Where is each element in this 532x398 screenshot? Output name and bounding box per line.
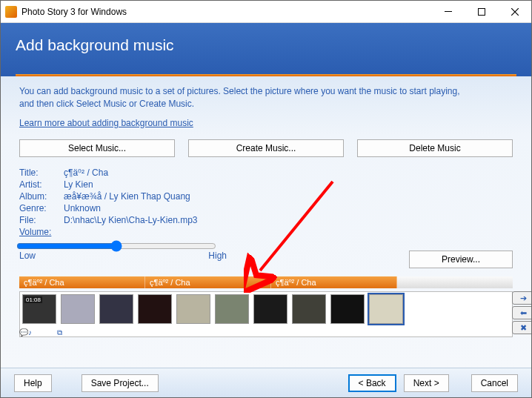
thumbnail-5[interactable] <box>176 294 210 324</box>
create-music-button[interactable]: Create Music... <box>188 139 344 157</box>
thumbnail-2[interactable] <box>61 294 95 324</box>
title-label: Title: <box>19 168 64 178</box>
track-segment-3[interactable]: ç¶äº² / Cha <box>271 276 397 288</box>
next-button[interactable]: Next > <box>404 374 449 392</box>
window-title: Photo Story 3 for Windows <box>21 7 431 17</box>
save-project-button[interactable]: Save Project... <box>82 374 159 392</box>
volume-slider[interactable] <box>16 240 216 252</box>
title-value: ç¶ä⁰² / Cha <box>64 168 108 178</box>
delete-thumbnail-button[interactable]: ✖ <box>512 321 532 334</box>
thumbnail-10-selected[interactable] <box>369 294 403 324</box>
thumbnail-6[interactable] <box>215 294 249 324</box>
page-title: Add background music <box>16 36 516 54</box>
svg-rect-0 <box>445 11 452 12</box>
thumbnail-3[interactable] <box>99 294 133 324</box>
maximize-button[interactable] <box>465 1 498 22</box>
instruction-line1: You can add background music to a set of… <box>19 86 460 96</box>
thumbnail-timestamp: 01:08 <box>24 296 42 303</box>
close-button[interactable] <box>498 1 531 22</box>
scroll-right-button[interactable]: ➔ <box>512 291 532 305</box>
back-button[interactable]: < Back <box>348 374 396 392</box>
instruction-text: You can add background music to a set of… <box>19 85 513 110</box>
thumbnail-4[interactable] <box>138 294 172 324</box>
learn-more-link[interactable]: Learn more about adding background music <box>19 118 193 128</box>
svg-rect-1 <box>478 8 485 15</box>
file-label: File: <box>19 215 64 225</box>
thumbnail-7[interactable] <box>253 294 287 324</box>
select-music-button[interactable]: Select Music... <box>19 139 175 157</box>
volume-high-label: High <box>208 251 227 261</box>
app-icon <box>5 6 17 18</box>
copy-icon: ⧉ <box>57 328 62 337</box>
volume-low-label: Low <box>19 251 36 261</box>
minimize-button[interactable] <box>431 1 465 22</box>
thumbnail-1[interactable]: 01:08 <box>22 294 56 324</box>
file-value: D:\nhac\Ly Kien\Cha-Ly-Kien.mp3 <box>64 215 198 225</box>
filmstrip[interactable]: 01:08 <box>19 291 513 337</box>
album-value: æå¥æ¾å / Ly Kien Thap Quang <box>64 191 190 202</box>
genre-label: Genre: <box>19 203 64 213</box>
thumbnail-9[interactable] <box>330 294 365 324</box>
music-track-bar: ç¶äº² / Cha ç¶äº² / Cha ç¶äº² / Cha <box>19 276 513 288</box>
wizard-header: Add background music <box>1 23 531 76</box>
track-segment-2[interactable]: ç¶äº² / Cha <box>145 276 271 288</box>
album-label: Album: <box>19 191 64 202</box>
cancel-button[interactable]: Cancel <box>471 374 518 392</box>
help-button[interactable]: Help <box>14 374 52 392</box>
preview-button[interactable]: Preview... <box>409 251 513 268</box>
artist-value: Ly Kien <box>64 179 93 190</box>
track-segment-1[interactable]: ç¶äº² / Cha <box>19 276 145 288</box>
track-segment-empty <box>397 276 513 288</box>
title-bar: Photo Story 3 for Windows <box>1 1 531 23</box>
thumbnail-indicator-icons: 💬♪ ⧉ <box>19 328 84 337</box>
instruction-line2: and then click Select Music or Create Mu… <box>19 99 194 109</box>
delete-music-button[interactable]: Delete Music <box>357 139 513 157</box>
volume-label: Volume: <box>19 227 64 237</box>
speech-icon: 💬♪ <box>19 328 32 337</box>
artist-label: Artist: <box>19 179 64 190</box>
thumbnail-8[interactable] <box>292 294 326 324</box>
track-metadata: Title:ç¶ä⁰² / Cha Artist:Ly Kien Album:æ… <box>19 168 513 261</box>
wizard-footer: Help Save Project... < Back Next > Cance… <box>1 368 531 397</box>
scroll-left-button[interactable]: ⬅ <box>512 306 532 319</box>
genre-value: Unknown <box>64 203 101 213</box>
content-area: You can add background music to a set of… <box>1 76 531 368</box>
